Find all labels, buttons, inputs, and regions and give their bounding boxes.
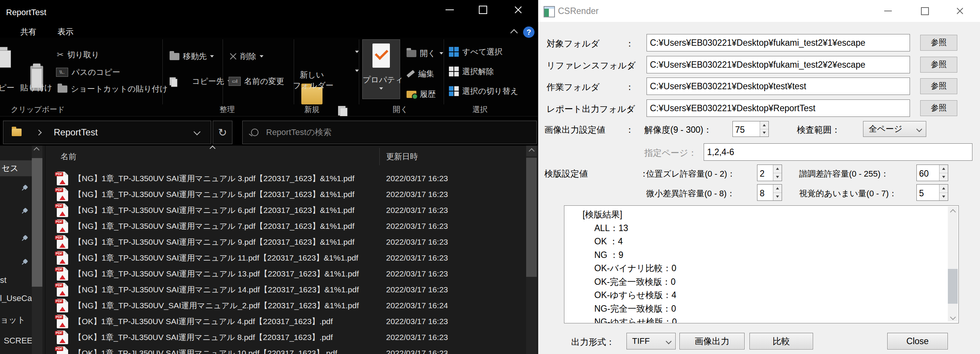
file-row[interactable]: PDF 【NG】1章_TP-JL350UV SAI運用マニュアル 9.pdf【2… <box>47 234 525 250</box>
reference-folder-input[interactable] <box>647 56 910 73</box>
reference-folder-browse-button[interactable]: 参照 <box>920 57 957 73</box>
file-row[interactable]: PDF 【NG】1章_TP-JL350UV SAI運用マニュアル 13.pdf【… <box>47 266 525 282</box>
sidebar-item[interactable]: l_UseCa <box>0 294 32 303</box>
invert-selection-button[interactable]: 選択の切り替え <box>449 86 518 97</box>
target-folder-input[interactable] <box>647 35 910 51</box>
spinner-up-button[interactable] <box>940 165 948 173</box>
file-row[interactable]: PDF 【NG】1章_TP-JL350UV_SAI運用マニュアル_2.pdf【2… <box>47 298 525 314</box>
search-box[interactable] <box>242 121 537 144</box>
cut-button[interactable]: ✂ 切り取り <box>57 49 99 60</box>
spinner-down-button[interactable] <box>940 193 948 201</box>
spinner-up-button[interactable] <box>760 121 768 129</box>
report-output-folder-browse-button[interactable]: 参照 <box>920 100 957 116</box>
file-row[interactable]: PDF 【NG】1章_TP-JL350UV SAI運用マニュアル 5.pdf【2… <box>47 186 525 202</box>
compare-button[interactable]: 比較 <box>749 333 813 349</box>
refresh-button[interactable]: ↻ <box>213 121 232 144</box>
sidebar-item[interactable]: ョット <box>0 314 26 325</box>
scrollbar-down-button[interactable] <box>948 313 958 321</box>
tone-tolerance-input[interactable] <box>917 165 939 181</box>
select-none-button[interactable]: 選択解除 <box>449 66 494 77</box>
copy-to-button[interactable]: コピー先 <box>170 76 231 87</box>
address-dropdown-icon[interactable] <box>193 128 200 135</box>
spinner-down-button[interactable] <box>773 193 782 201</box>
chevron-up-icon[interactable] <box>35 148 38 152</box>
csrender-minimize-button[interactable] <box>877 0 899 22</box>
pin-icon[interactable] <box>21 185 28 192</box>
file-row[interactable]: PDF 【NG】1章_TP-JL350UV SAI運用マニュアル 14.pdf【… <box>47 282 525 298</box>
inspection-range-select[interactable]: 全ページ <box>863 121 926 137</box>
select-all-button[interactable]: すべて選択 <box>449 46 502 57</box>
minor-diff-tolerance-input[interactable] <box>757 184 773 200</box>
spinner-up-button[interactable] <box>940 184 948 193</box>
help-button[interactable]: ? <box>523 27 535 38</box>
explorer-close-button[interactable] <box>504 0 532 20</box>
history-button[interactable]: 履歴 <box>407 89 436 100</box>
file-row[interactable]: PDF 【NG】1章_TP-JL350UV SAI運用マニュアル 6.pdf【2… <box>47 202 525 218</box>
file-row[interactable]: PDF 【OK】1章_TP-JL350UV SAI運用マニュアル 4.pdf【2… <box>47 314 525 329</box>
results-scrollbar-thumb[interactable] <box>948 269 958 304</box>
spinner-down-button[interactable] <box>760 129 768 137</box>
chevron-down-icon[interactable] <box>355 70 359 72</box>
results-scrollbar[interactable] <box>948 206 958 321</box>
copy-button-label[interactable]: ピー <box>0 83 15 93</box>
sidebar-item-quick-access[interactable]: セス <box>0 160 32 176</box>
work-folder-browse-button[interactable]: 参照 <box>920 78 957 94</box>
tab-view[interactable]: 表示 <box>57 27 73 37</box>
file-row[interactable]: PDF 【NG】1章_TP-JL350UV SAI運用マニュアル 7.pdf【2… <box>47 218 525 234</box>
address-path[interactable]: ReportTest <box>54 127 98 138</box>
file-row[interactable]: PDF 【NG】1章_TP-JL350UV SAI運用マニュアル 3.pdf【2… <box>47 171 525 186</box>
new-folder-button-line2[interactable]: フォルダー <box>293 80 331 91</box>
rename-button[interactable]: ▭I 名前の変更 <box>229 76 284 87</box>
search-input[interactable] <box>265 127 536 138</box>
column-separator[interactable] <box>379 148 380 165</box>
paste-shortcut-button[interactable]: ショートカットの貼り付け <box>57 83 168 95</box>
file-list-scrollbar-thumb[interactable] <box>526 158 537 277</box>
ribbon-collapse-button[interactable] <box>507 28 521 38</box>
work-folder-input[interactable] <box>647 78 910 95</box>
copy-path-button[interactable]: \\.. パスのコピー <box>56 67 120 78</box>
pin-icon[interactable] <box>21 235 28 242</box>
chevron-down-icon[interactable] <box>355 51 359 53</box>
move-to-button[interactable]: 移動先 <box>170 51 214 62</box>
visual-fuzziness-input[interactable] <box>917 184 939 200</box>
file-row[interactable]: PDF 【OK】1章_TP-JL350UV SAI運用マニュアル 10.pdf【… <box>47 345 525 354</box>
sidebar-scrollbar-thumb[interactable] <box>32 158 42 287</box>
new-item-icon[interactable] <box>338 106 345 115</box>
scrollbar-up-button[interactable] <box>526 146 537 156</box>
csrender-close-button[interactable] <box>949 0 971 22</box>
sidebar-item[interactable]: SCREEI <box>4 336 35 346</box>
pin-icon[interactable] <box>21 259 28 266</box>
open-button[interactable]: 開く <box>407 48 443 59</box>
properties-button[interactable]: プロパティ <box>362 39 400 99</box>
copy-icon[interactable] <box>0 47 8 64</box>
pages-input[interactable] <box>704 144 972 160</box>
file-row[interactable]: PDF 【OK】1章_TP-JL350UV SAI運用マニュアル 8.pdf【2… <box>47 329 525 345</box>
target-folder-browse-button[interactable]: 参照 <box>920 35 957 51</box>
report-output-folder-input[interactable] <box>647 100 910 116</box>
tab-share[interactable]: 共有 <box>21 27 37 37</box>
close-button[interactable]: Close <box>887 333 948 349</box>
new-folder-button-line1[interactable]: 新しい <box>293 70 331 80</box>
paste-button[interactable]: 貼り付け <box>18 83 55 93</box>
sidebar-item[interactable]: st <box>0 275 6 285</box>
csrender-maximize-button[interactable] <box>914 0 936 22</box>
explorer-minimize-button[interactable] <box>436 0 464 20</box>
edit-button[interactable]: 編集 <box>407 68 434 79</box>
resolution-input[interactable] <box>733 121 760 137</box>
scrollbar-up-button[interactable] <box>948 207 958 216</box>
spinner-down-button[interactable] <box>773 173 782 181</box>
position-tolerance-input[interactable] <box>757 165 773 181</box>
output-format-select[interactable]: TIFF <box>627 333 676 349</box>
explorer-maximize-button[interactable] <box>469 0 497 20</box>
pin-icon[interactable] <box>21 208 28 215</box>
spinner-up-button[interactable] <box>773 165 782 173</box>
spinner-down-button[interactable] <box>940 173 948 181</box>
spinner-up-button[interactable] <box>773 184 782 193</box>
address-bar[interactable]: ReportTest <box>3 121 211 144</box>
inspection-results-box[interactable]: [検版結果] ALL：13 OK ：4 NG ：9 OK-バイナリ比較：0 OK… <box>564 205 959 323</box>
file-row[interactable]: PDF 【NG】1章_TP-JL350UV SAI運用マニュアル 11.pdf【… <box>47 250 525 266</box>
column-header-modified[interactable]: 更新日時 <box>386 151 418 162</box>
image-output-button[interactable]: 画像出力 <box>679 333 745 349</box>
delete-button[interactable]: 削除 <box>229 51 264 62</box>
column-header-name[interactable]: 名前 <box>60 151 76 162</box>
